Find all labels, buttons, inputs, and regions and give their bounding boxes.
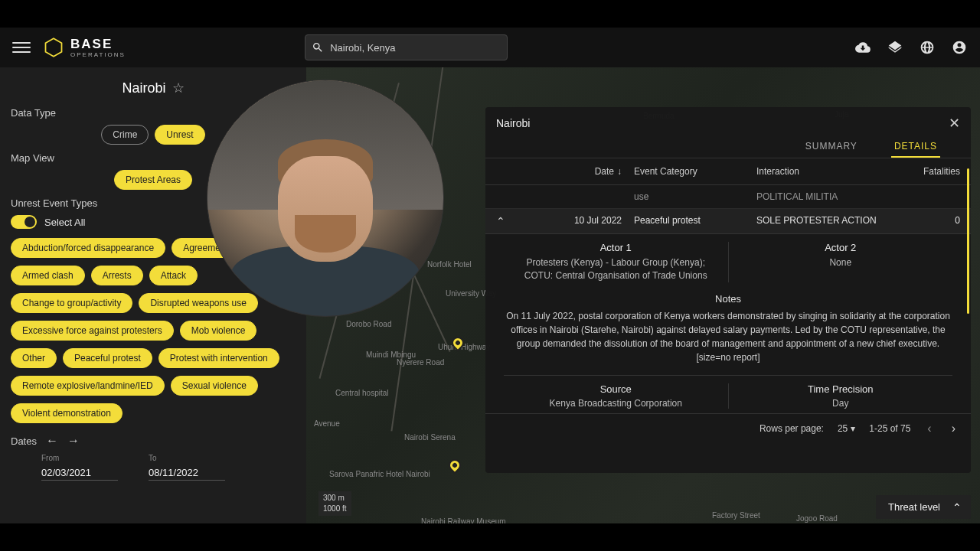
select-all-toggle[interactable]: [11, 215, 37, 229]
timeprec-heading: Time Precision: [729, 383, 953, 395]
map-label: Factory Street: [712, 511, 760, 520]
page-next-icon[interactable]: ›: [949, 422, 959, 435]
table-row[interactable]: use POLITICAL MILITIA: [485, 185, 971, 209]
pill-protest-areas[interactable]: Protest Areas: [114, 170, 192, 190]
search-box[interactable]: [305, 34, 508, 60]
menu-button[interactable]: [12, 38, 31, 57]
close-icon[interactable]: ✕: [949, 115, 960, 132]
map-label: Sarova Panafric Hotel Nairobi: [329, 470, 430, 478]
map-label: Jogoo Road: [796, 514, 838, 523]
map-label: Nyerere Road: [397, 358, 444, 367]
page-prev-icon[interactable]: ‹: [924, 422, 934, 435]
event-type-pill[interactable]: Sexual violence: [171, 376, 258, 396]
map-label: Norfolk Hotel: [427, 260, 472, 269]
event-type-pill[interactable]: Arrests: [91, 266, 143, 285]
brand-logo[interactable]: BASE OPERATIONS: [43, 37, 126, 58]
threat-level-button[interactable]: Threat level ⌃: [876, 495, 971, 519]
event-type-pill[interactable]: Excessive force against protesters: [11, 321, 174, 341]
main: Nairobi ☆ Data Type Crime Unrest Map Vie…: [0, 67, 980, 523]
map-scale: 300 m1000 ft: [318, 491, 351, 516]
download-icon[interactable]: [854, 39, 871, 56]
pill-crime[interactable]: Crime: [101, 125, 149, 145]
col-date[interactable]: Date↓: [527, 166, 634, 177]
pill-unrest[interactable]: Unrest: [155, 125, 204, 145]
col-category[interactable]: Event Category: [634, 166, 756, 177]
layers-icon[interactable]: [887, 39, 903, 56]
col-interaction[interactable]: Interaction: [756, 166, 899, 177]
favorite-icon[interactable]: ☆: [172, 80, 185, 96]
scrollbar[interactable]: [967, 168, 969, 314]
tab-details[interactable]: DETAILS: [891, 136, 940, 158]
event-type-pill[interactable]: Violent demonstration: [11, 403, 122, 423]
actor1-heading: Actor 1: [511, 242, 720, 253]
event-type-pill[interactable]: Peaceful protest: [63, 348, 152, 368]
date-from-label: From: [41, 454, 118, 462]
date-to-input[interactable]: 08/11/2022: [149, 465, 225, 481]
source-heading: Source: [504, 383, 728, 395]
dates-label: Dates: [11, 435, 37, 447]
timeprec-value: Day: [729, 398, 953, 409]
event-type-pill[interactable]: Mob violence: [180, 321, 257, 341]
sort-desc-icon: ↓: [617, 166, 622, 177]
details-panel: Nairobi ✕ SUMMARY DETAILS Date↓ Event Ca…: [485, 107, 971, 473]
topbar-icons: [854, 39, 968, 56]
pager: Rows per page: 25 ▾ 1-25 of 75 ‹ ›: [485, 414, 971, 443]
dates-prev-icon[interactable]: ←: [46, 434, 58, 448]
event-type-pill[interactable]: Change to group/activity: [11, 293, 132, 313]
search-icon: [312, 41, 324, 54]
map-label: Central hospital: [335, 389, 388, 397]
map-pin[interactable]: [446, 457, 464, 474]
col-fatalities[interactable]: Fatalities: [899, 166, 960, 177]
row-detail: Actor 1Protesters (Kenya) - Labour Group…: [485, 234, 971, 414]
chevron-up-icon: ⌃: [952, 501, 962, 514]
source-value: Kenya Broadcasting Corporation: [504, 398, 728, 409]
map-label: Muindi Mbingu: [366, 350, 416, 359]
select-all-label: Select All: [44, 217, 85, 228]
topbar: BASE OPERATIONS: [0, 28, 980, 67]
logo-icon: [43, 37, 64, 58]
rpp-select[interactable]: 25 ▾: [838, 423, 855, 434]
rpp-label: Rows per page:: [760, 423, 824, 434]
globe-icon[interactable]: [919, 39, 936, 56]
actor1-value: Protesters (Kenya) - Labour Group (Kenya…: [511, 256, 720, 282]
actor2-value: None: [737, 256, 946, 269]
table-row[interactable]: ⌃ 10 Jul 2022 Peaceful protest SOLE PROT…: [485, 209, 971, 234]
event-type-pill[interactable]: Other: [11, 348, 57, 368]
search-input[interactable]: [330, 42, 501, 54]
date-to-label: To: [149, 454, 225, 462]
chevron-down-icon: ▾: [851, 423, 855, 434]
collapse-icon[interactable]: ⌃: [496, 215, 505, 227]
event-type-pill[interactable]: Remote explosive/landmine/IED: [11, 376, 165, 396]
brand-name: BASE: [70, 37, 126, 51]
tab-summary[interactable]: SUMMARY: [802, 136, 861, 158]
map-label: Dorobo Road: [346, 320, 391, 328]
presenter-video: [207, 80, 444, 317]
map-label: Nairobi Serena: [404, 433, 456, 442]
event-type-pill[interactable]: Armed clash: [11, 266, 85, 285]
dates-next-icon[interactable]: →: [67, 434, 80, 448]
brand-sub: OPERATIONS: [70, 52, 126, 58]
account-icon[interactable]: [951, 39, 968, 56]
event-type-pill[interactable]: Attack: [149, 266, 198, 285]
search-wrap: [305, 34, 508, 60]
event-type-pill[interactable]: Disrupted weapons use: [139, 293, 257, 313]
app-root: BASE OPERATIONS Nairobi ☆ Data Type: [0, 28, 980, 523]
table-header: Date↓ Event Category Interaction Fatalit…: [485, 158, 971, 185]
event-type-pill[interactable]: Protest with intervention: [158, 348, 279, 368]
map-label: Nairobi Railway Museum: [421, 517, 506, 523]
details-title: Nairobi: [496, 117, 530, 129]
page-range: 1-25 of 75: [869, 423, 910, 434]
map-label: Avenue: [314, 419, 340, 428]
notes-body: On 11 July 2022, postal corporation of K…: [504, 309, 952, 364]
date-from-input[interactable]: 02/03/2021: [41, 465, 118, 481]
event-type-pill[interactable]: Abduction/forced disappearance: [11, 238, 165, 258]
sidebar-title: Nairobi: [122, 80, 165, 96]
actor2-heading: Actor 2: [737, 242, 946, 253]
notes-heading: Notes: [504, 293, 952, 305]
